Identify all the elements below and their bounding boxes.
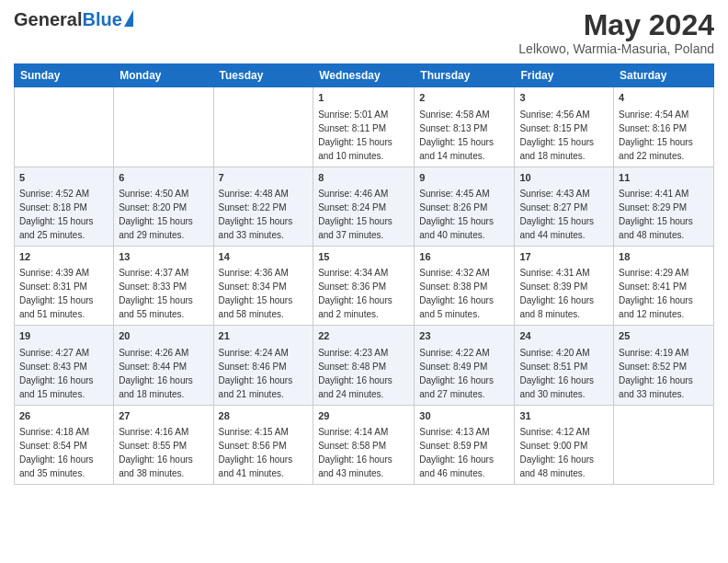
day-number: 9	[419, 171, 509, 185]
header-row: Sunday Monday Tuesday Wednesday Thursday…	[15, 64, 714, 87]
calendar-cell: 13Sunrise: 4:37 AMSunset: 8:33 PMDayligh…	[114, 246, 213, 325]
calendar-cell: 27Sunrise: 4:16 AMSunset: 8:55 PMDayligh…	[114, 405, 213, 484]
day-number: 18	[619, 250, 709, 264]
calendar-cell: 2Sunrise: 4:58 AMSunset: 8:13 PMDaylight…	[415, 87, 515, 167]
day-number: 28	[219, 409, 309, 423]
calendar-cell: 1Sunrise: 5:01 AMSunset: 8:11 PMDaylight…	[313, 87, 415, 167]
calendar-cell: 16Sunrise: 4:32 AMSunset: 8:38 PMDayligh…	[415, 246, 515, 325]
logo-general-text: General	[14, 9, 82, 29]
day-info: Sunrise: 4:23 AMSunset: 8:48 PMDaylight:…	[318, 348, 392, 399]
day-info: Sunrise: 4:50 AMSunset: 8:20 PMDaylight:…	[119, 189, 193, 240]
calendar-cell: 3Sunrise: 4:56 AMSunset: 8:15 PMDaylight…	[515, 87, 614, 167]
calendar-cell: 6Sunrise: 4:50 AMSunset: 8:20 PMDaylight…	[114, 167, 213, 246]
day-number: 22	[318, 329, 409, 343]
day-number: 17	[519, 250, 609, 264]
day-number: 15	[318, 250, 409, 264]
calendar-cell: 4Sunrise: 4:54 AMSunset: 8:16 PMDaylight…	[614, 87, 714, 167]
logo-general: GeneralBlue	[14, 9, 122, 29]
header-sunday: Sunday	[15, 64, 114, 87]
day-number: 16	[419, 250, 509, 264]
calendar-cell: 15Sunrise: 4:34 AMSunset: 8:36 PMDayligh…	[313, 246, 415, 325]
header-friday: Friday	[515, 64, 614, 87]
calendar-cell: 31Sunrise: 4:12 AMSunset: 9:00 PMDayligh…	[515, 405, 614, 484]
header-wednesday: Wednesday	[313, 64, 415, 87]
day-info: Sunrise: 4:58 AMSunset: 8:13 PMDaylight:…	[419, 109, 494, 161]
calendar-cell	[114, 87, 213, 167]
calendar-cell	[213, 87, 313, 167]
calendar-subtitle: Lelkowo, Warmia-Masuria, Poland	[518, 41, 714, 56]
day-info: Sunrise: 4:27 AMSunset: 8:43 PMDaylight:…	[19, 348, 94, 399]
calendar-cell: 18Sunrise: 4:29 AMSunset: 8:41 PMDayligh…	[614, 246, 714, 325]
calendar-cell: 10Sunrise: 4:43 AMSunset: 8:27 PMDayligh…	[515, 167, 614, 246]
day-number: 5	[19, 171, 108, 185]
day-info: Sunrise: 4:46 AMSunset: 8:24 PMDaylight:…	[318, 189, 392, 240]
calendar-week-row: 19Sunrise: 4:27 AMSunset: 8:43 PMDayligh…	[15, 326, 714, 405]
day-info: Sunrise: 4:43 AMSunset: 8:27 PMDaylight:…	[519, 189, 594, 240]
calendar-cell: 8Sunrise: 4:46 AMSunset: 8:24 PMDaylight…	[313, 167, 415, 246]
day-info: Sunrise: 4:41 AMSunset: 8:29 PMDaylight:…	[619, 189, 693, 240]
day-number: 30	[419, 409, 509, 423]
day-number: 1	[318, 91, 409, 105]
calendar-cell: 21Sunrise: 4:24 AMSunset: 8:46 PMDayligh…	[213, 326, 313, 405]
day-info: Sunrise: 4:37 AMSunset: 8:33 PMDaylight:…	[119, 268, 193, 319]
header-tuesday: Tuesday	[213, 64, 313, 87]
day-info: Sunrise: 4:56 AMSunset: 8:15 PMDaylight:…	[519, 109, 594, 161]
calendar-cell: 17Sunrise: 4:31 AMSunset: 8:39 PMDayligh…	[515, 246, 614, 325]
day-info: Sunrise: 4:31 AMSunset: 8:39 PMDaylight:…	[519, 268, 594, 319]
calendar-cell: 11Sunrise: 4:41 AMSunset: 8:29 PMDayligh…	[614, 167, 714, 246]
day-info: Sunrise: 4:12 AMSunset: 9:00 PMDaylight:…	[519, 427, 594, 478]
calendar-cell: 5Sunrise: 4:52 AMSunset: 8:18 PMDaylight…	[15, 167, 114, 246]
day-info: Sunrise: 4:20 AMSunset: 8:51 PMDaylight:…	[519, 348, 594, 399]
day-info: Sunrise: 4:52 AMSunset: 8:18 PMDaylight:…	[19, 189, 94, 240]
day-number: 3	[519, 91, 609, 105]
calendar-week-row: 1Sunrise: 5:01 AMSunset: 8:11 PMDaylight…	[15, 87, 714, 167]
calendar-week-row: 12Sunrise: 4:39 AMSunset: 8:31 PMDayligh…	[15, 246, 714, 325]
day-number: 21	[219, 329, 309, 343]
calendar-cell: 7Sunrise: 4:48 AMSunset: 8:22 PMDaylight…	[213, 167, 313, 246]
day-number: 12	[19, 250, 108, 264]
calendar-title: May 2024	[518, 9, 714, 41]
header-monday: Monday	[114, 64, 213, 87]
calendar-cell	[614, 405, 714, 484]
calendar-cell: 22Sunrise: 4:23 AMSunset: 8:48 PMDayligh…	[313, 326, 415, 405]
day-number: 31	[519, 409, 609, 423]
day-number: 11	[619, 171, 709, 185]
day-number: 13	[119, 250, 208, 264]
calendar-cell: 12Sunrise: 4:39 AMSunset: 8:31 PMDayligh…	[15, 246, 114, 325]
day-info: Sunrise: 4:39 AMSunset: 8:31 PMDaylight:…	[19, 268, 94, 319]
day-number: 7	[219, 171, 309, 185]
logo-blue-text: Blue	[82, 9, 121, 29]
day-info: Sunrise: 4:26 AMSunset: 8:44 PMDaylight:…	[119, 348, 193, 399]
logo: GeneralBlue	[14, 9, 133, 29]
day-info: Sunrise: 4:22 AMSunset: 8:49 PMDaylight:…	[419, 348, 494, 399]
page: GeneralBlue May 2024 Lelkowo, Warmia-Mas…	[0, 0, 728, 563]
day-info: Sunrise: 4:54 AMSunset: 8:16 PMDaylight:…	[619, 109, 693, 161]
day-number: 25	[619, 329, 709, 343]
calendar-cell: 29Sunrise: 4:14 AMSunset: 8:58 PMDayligh…	[313, 405, 415, 484]
day-number: 24	[519, 329, 609, 343]
calendar-cell: 24Sunrise: 4:20 AMSunset: 8:51 PMDayligh…	[515, 326, 614, 405]
day-number: 27	[119, 409, 208, 423]
day-number: 19	[19, 329, 108, 343]
day-info: Sunrise: 4:48 AMSunset: 8:22 PMDaylight:…	[219, 189, 293, 240]
day-info: Sunrise: 4:18 AMSunset: 8:54 PMDaylight:…	[19, 427, 94, 478]
calendar-cell: 9Sunrise: 4:45 AMSunset: 8:26 PMDaylight…	[415, 167, 515, 246]
title-area: May 2024 Lelkowo, Warmia-Masuria, Poland	[518, 9, 714, 56]
calendar-cell: 28Sunrise: 4:15 AMSunset: 8:56 PMDayligh…	[213, 405, 313, 484]
day-info: Sunrise: 4:14 AMSunset: 8:58 PMDaylight:…	[318, 427, 392, 478]
day-number: 26	[19, 409, 108, 423]
day-number: 20	[119, 329, 208, 343]
calendar-week-row: 26Sunrise: 4:18 AMSunset: 8:54 PMDayligh…	[15, 405, 714, 484]
day-info: Sunrise: 4:32 AMSunset: 8:38 PMDaylight:…	[419, 268, 494, 319]
calendar-table: Sunday Monday Tuesday Wednesday Thursday…	[14, 63, 714, 485]
day-info: Sunrise: 4:45 AMSunset: 8:26 PMDaylight:…	[419, 189, 494, 240]
header-saturday: Saturday	[614, 64, 714, 87]
calendar-cell: 23Sunrise: 4:22 AMSunset: 8:49 PMDayligh…	[415, 326, 515, 405]
day-info: Sunrise: 4:36 AMSunset: 8:34 PMDaylight:…	[219, 268, 293, 319]
logo-triangle-icon	[124, 10, 133, 27]
day-info: Sunrise: 4:24 AMSunset: 8:46 PMDaylight:…	[219, 348, 293, 399]
calendar-cell: 25Sunrise: 4:19 AMSunset: 8:52 PMDayligh…	[614, 326, 714, 405]
day-number: 29	[318, 409, 409, 423]
day-info: Sunrise: 4:13 AMSunset: 8:59 PMDaylight:…	[419, 427, 494, 478]
day-number: 10	[519, 171, 609, 185]
